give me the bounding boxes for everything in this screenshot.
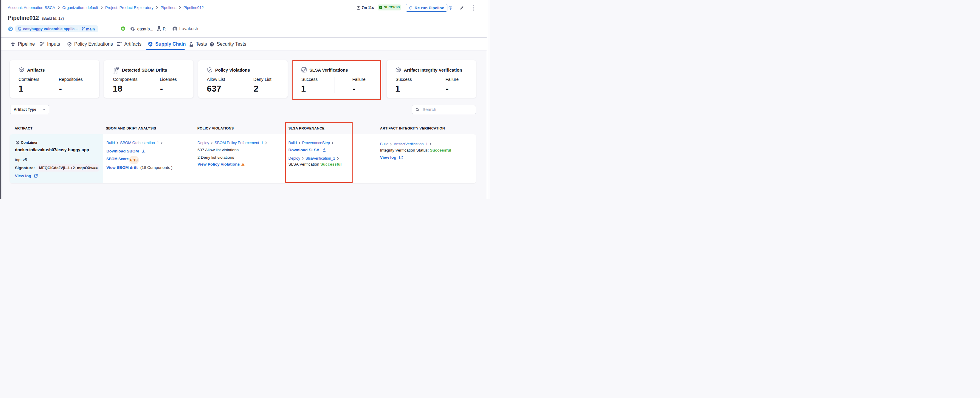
svg-text:∞: ∞ — [122, 27, 124, 30]
